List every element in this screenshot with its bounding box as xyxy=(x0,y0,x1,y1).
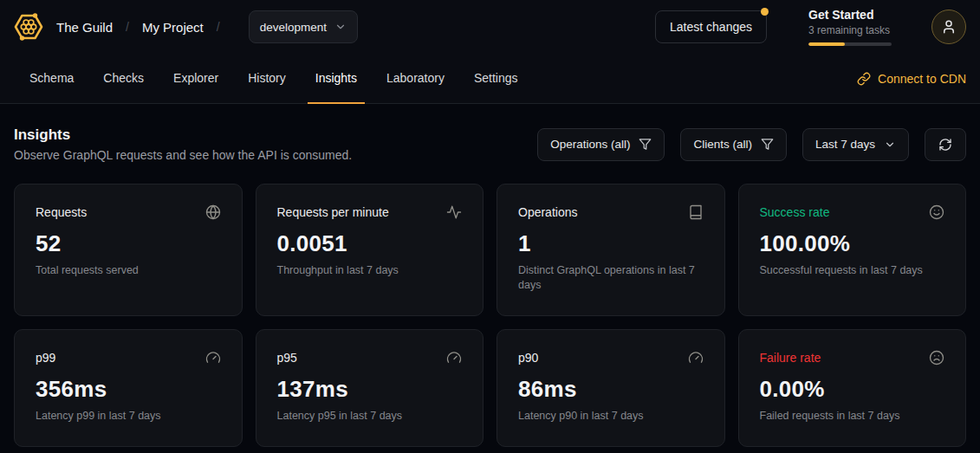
stat-card-success-rate: Success rate 100.00% Successful requests… xyxy=(738,184,967,316)
stat-card-p90: p90 86ms Latency p90 in last 7 days xyxy=(496,329,725,447)
stat-title: Failure rate xyxy=(760,351,821,365)
page-subtitle: Observe GraphQL requests and see how the… xyxy=(14,148,352,162)
stat-description: Successful requests in last 7 days xyxy=(760,263,945,278)
target-select[interactable]: development xyxy=(249,10,358,43)
stat-description: Latency p95 in last 7 days xyxy=(277,409,463,424)
stat-description: Distinct GraphQL operations in last 7 da… xyxy=(518,263,704,293)
tab-schema[interactable]: Schema xyxy=(22,54,81,104)
stat-value: 0.0051 xyxy=(277,230,463,257)
clients-filter-label: Clients (all) xyxy=(693,138,752,151)
stat-title: Requests per minute xyxy=(277,205,389,219)
clients-filter-button[interactable]: Clients (all) xyxy=(680,128,787,161)
smile-icon xyxy=(929,204,944,220)
chevron-down-icon xyxy=(334,21,347,33)
user-icon xyxy=(941,19,957,35)
connect-to-cdn-link[interactable]: Connect to CDN xyxy=(857,72,966,86)
stat-title: Success rate xyxy=(760,205,830,219)
stat-card-p99: p99 356ms Latency p99 in last 7 days xyxy=(14,329,243,447)
target-select-value: development xyxy=(260,21,327,34)
stat-description: Failed requests in last 7 days xyxy=(760,409,945,424)
filter-icon xyxy=(761,138,774,151)
stat-description: Latency p90 in last 7 days xyxy=(518,409,704,424)
nav-spacer xyxy=(540,54,858,103)
stat-description: Latency p99 in last 7 days xyxy=(36,409,221,424)
period-select-label: Last 7 days xyxy=(815,138,875,151)
stat-value: 356ms xyxy=(36,376,221,403)
stat-card-requests-per-minute: Requests per minute 0.0051 Throughput in… xyxy=(256,184,484,316)
refresh-button[interactable] xyxy=(925,128,966,161)
operations-filter-label: Operations (all) xyxy=(550,138,630,151)
user-avatar[interactable] xyxy=(931,10,966,44)
get-started-progress-fill xyxy=(808,42,845,46)
get-started-widget[interactable]: Get Started 3 remaining tasks xyxy=(808,8,900,46)
stat-card-p95: p95 137ms Latency p95 in last 7 days xyxy=(256,329,484,447)
stat-description: Total requests served xyxy=(36,263,221,278)
breadcrumb-separator: / xyxy=(217,20,220,34)
stat-title: p95 xyxy=(277,351,297,365)
link-icon xyxy=(857,72,871,86)
breadcrumb-org[interactable]: The Guild xyxy=(56,20,113,35)
stat-title: Operations xyxy=(518,205,577,219)
stat-value: 86ms xyxy=(518,376,704,403)
tab-checks[interactable]: Checks xyxy=(95,54,152,104)
connect-to-cdn-label: Connect to CDN xyxy=(878,72,966,86)
stats-grid: Requests 52 Total requests served Reques… xyxy=(14,184,966,447)
period-select-button[interactable]: Last 7 days xyxy=(802,128,909,161)
book-icon xyxy=(688,204,704,220)
gauge-icon xyxy=(446,350,462,366)
guild-logo-icon[interactable] xyxy=(12,10,45,43)
stat-value: 137ms xyxy=(277,376,463,403)
project-nav: Schema Checks Explorer History Insights … xyxy=(0,54,980,104)
stat-card-requests: Requests 52 Total requests served xyxy=(14,184,243,316)
activity-icon xyxy=(446,204,462,220)
gauge-icon xyxy=(205,350,221,366)
latest-changes-button[interactable]: Latest changes xyxy=(655,10,767,43)
stat-value: 1 xyxy=(518,230,704,257)
tab-history[interactable]: History xyxy=(240,54,294,104)
insights-page: Insights Observe GraphQL requests and se… xyxy=(0,126,980,447)
top-bar: The Guild / My Project / development Lat… xyxy=(0,0,980,54)
page-title: Insights xyxy=(14,126,352,144)
stat-title: p99 xyxy=(36,351,55,365)
page-head-text: Insights Observe GraphQL requests and se… xyxy=(14,126,352,162)
stat-description: Throughput in last 7 days xyxy=(277,263,463,278)
get-started-title: Get Started xyxy=(808,8,900,23)
stat-card-failure-rate: Failure rate 0.00% Failed requests in la… xyxy=(738,329,967,447)
gauge-icon xyxy=(688,350,704,366)
tab-explorer[interactable]: Explorer xyxy=(165,54,226,104)
filter-icon xyxy=(639,138,652,151)
latest-changes-label: Latest changes xyxy=(670,20,752,34)
globe-icon xyxy=(205,204,221,220)
get-started-remaining: 3 remaining tasks xyxy=(808,24,900,36)
chevron-down-icon xyxy=(884,139,896,151)
insights-filters: Operations (all) Clients (all) Last 7 da… xyxy=(537,128,966,161)
stat-value: 0.00% xyxy=(760,376,945,403)
get-started-progress-track xyxy=(808,42,892,46)
tab-settings[interactable]: Settings xyxy=(466,54,526,104)
tab-insights[interactable]: Insights xyxy=(308,54,365,104)
stat-card-operations: Operations 1 Distinct GraphQL operations… xyxy=(496,184,725,316)
refresh-icon xyxy=(938,138,952,152)
operations-filter-button[interactable]: Operations (all) xyxy=(537,128,665,161)
stat-value: 100.00% xyxy=(760,230,945,257)
breadcrumb-separator: / xyxy=(126,20,129,34)
frown-icon xyxy=(929,350,944,366)
notification-dot xyxy=(761,8,769,16)
tab-laboratory[interactable]: Laboratory xyxy=(379,54,452,104)
breadcrumb-project[interactable]: My Project xyxy=(142,20,204,35)
stat-title: p90 xyxy=(518,351,538,365)
stat-value: 52 xyxy=(36,230,221,257)
stat-title: Requests xyxy=(36,205,87,219)
